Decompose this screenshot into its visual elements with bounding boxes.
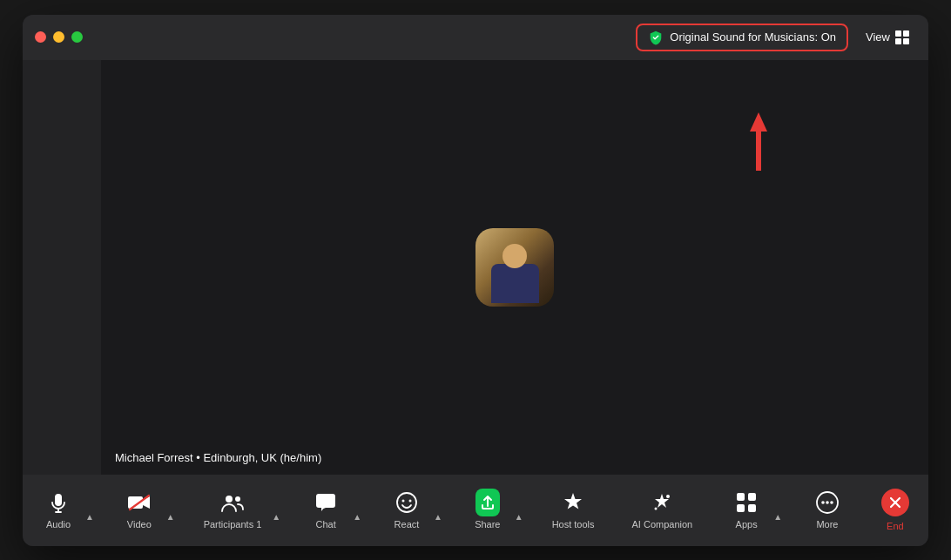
svg-point-10 [408,500,411,503]
chat-chevron[interactable]: ▲ [353,512,361,522]
apps-button[interactable]: Apps [721,485,772,535]
host-tools-button[interactable]: Host tools [543,485,604,535]
svg-point-18 [821,501,825,504]
arrow-up [750,112,767,132]
arrow-shaft [756,132,761,171]
svg-point-4 [226,496,233,503]
video-group: Video ▲ [114,485,175,535]
svg-point-9 [401,500,404,503]
original-sound-badge[interactable]: Original Sound for Musicians: On [636,24,848,51]
participants-chevron[interactable]: ▲ [272,512,280,522]
apps-label: Apps [736,519,758,530]
chat-label: Chat [316,519,336,530]
share-button[interactable]: Share [462,485,513,535]
svg-rect-6 [316,494,335,508]
avatar [476,228,554,307]
avatar-container [476,228,554,307]
video-label: Video [127,519,152,530]
share-group: Share ▲ [462,485,523,535]
sidebar [23,60,101,475]
video-chevron[interactable]: ▲ [166,512,175,522]
participants-icon [220,490,245,515]
host-tools-icon [561,490,585,515]
arrow-annotation [750,112,767,171]
video-area: Michael Forrest • Edinburgh, UK (he/him) [101,60,928,475]
chat-icon [314,490,338,515]
user-info: Michael Forrest • Edinburgh, UK (he/him) [115,451,321,464]
participants-button[interactable]: Participants 1 [195,485,271,535]
ai-companion-button[interactable]: AI Companion [623,485,701,535]
shield-icon [648,30,664,45]
ai-companion-label: AI Companion [631,519,692,530]
avatar-person [484,237,545,307]
user-location: Edinburgh, UK (he/him) [203,451,321,464]
maximize-dot[interactable] [71,31,83,43]
view-label: View [866,30,890,44]
svg-rect-13 [737,493,745,501]
more-icon [815,490,840,515]
react-button[interactable]: React [381,485,432,535]
chat-button[interactable]: Chat [300,485,351,535]
minimize-dot[interactable] [53,31,64,43]
share-chevron[interactable]: ▲ [515,512,523,522]
close-dot[interactable] [35,31,46,43]
original-sound-text: Original Sound for Musicians: On [670,30,836,44]
svg-point-5 [235,496,240,502]
react-chevron[interactable]: ▲ [434,512,442,522]
svg-point-11 [666,495,670,498]
apps-icon [734,490,759,515]
audio-chevron[interactable]: ▲ [85,512,94,522]
end-button[interactable]: End [873,483,918,536]
more-label: More [816,519,838,530]
grid-icon [895,30,909,44]
svg-point-19 [826,501,829,504]
end-label: End [887,521,904,531]
svg-rect-16 [748,504,756,512]
apps-chevron[interactable]: ▲ [773,512,782,522]
audio-group: Audio ▲ [33,485,94,535]
svg-point-20 [830,501,833,504]
participants-group: Participants 1 ▲ [195,485,281,535]
title-bar: Original Sound for Musicians: On View [23,15,928,60]
audio-label: Audio [46,519,71,530]
view-button[interactable]: View [859,27,916,48]
share-icon [476,490,500,515]
svg-rect-14 [748,493,756,501]
react-group: React ▲ [381,485,442,535]
react-label: React [395,519,420,530]
person-body [491,264,539,303]
host-tools-label: Host tools [552,519,595,530]
person-head [502,244,527,268]
title-bar-right: Original Sound for Musicians: On View [636,24,916,51]
user-name-location: Michael Forrest [115,451,193,464]
main-content: Michael Forrest • Edinburgh, UK (he/him) [23,60,928,475]
svg-point-8 [397,493,416,512]
react-icon [395,490,419,515]
share-btn-bg [476,489,500,516]
svg-point-12 [655,508,658,510]
svg-rect-15 [737,504,745,512]
audio-button[interactable]: Audio [33,485,84,535]
zoom-window: Original Sound for Musicians: On View [23,15,928,546]
window-controls [35,31,83,43]
audio-icon [46,490,71,515]
video-icon [127,490,152,515]
chat-group: Chat ▲ [300,485,361,535]
video-button[interactable]: Video [114,485,165,535]
ai-companion-icon [650,490,674,515]
share-label: Share [475,519,500,530]
toolbar: Audio ▲ Video ▲ [23,475,928,546]
more-button[interactable]: More [802,485,853,535]
end-icon [881,489,909,516]
participants-label: Participants 1 [204,519,262,530]
apps-group: Apps ▲ [721,485,782,535]
